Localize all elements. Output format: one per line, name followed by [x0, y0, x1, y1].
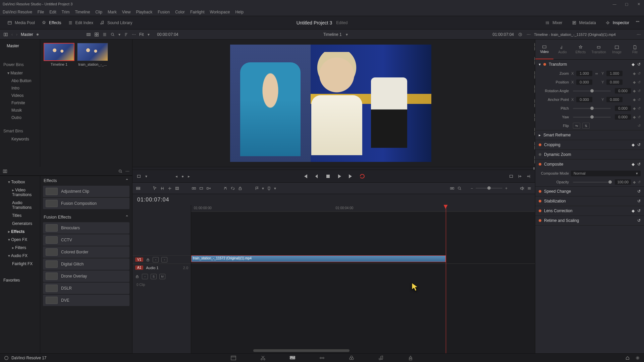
composite-mode-dropdown[interactable]: Normal▾ [571, 171, 641, 176]
power-bins-header[interactable]: Power Bins [0, 60, 40, 69]
reset-icon[interactable]: ↺ [637, 142, 641, 147]
enable-dot[interactable] [539, 209, 541, 212]
effects-toggle[interactable]: Effects [38, 19, 64, 26]
effect-item[interactable]: CCTV [43, 234, 129, 246]
lock-icon[interactable] [238, 186, 243, 191]
pos-x[interactable]: 0.000 [576, 79, 592, 85]
transform-header[interactable]: ▾Transform◆↺ [535, 60, 644, 69]
keyframe-icon[interactable]: ◆ [632, 142, 635, 147]
reset-icon[interactable]: ↺ [637, 208, 641, 213]
pitch-slider[interactable] [573, 108, 611, 109]
marker-icon[interactable] [267, 186, 271, 191]
opacity-slider[interactable] [573, 182, 611, 183]
reset-icon[interactable]: ↺ [638, 180, 641, 184]
maximize-button[interactable]: ▢ [624, 2, 629, 6]
toolbox-effects[interactable]: ▸ Effects [0, 228, 40, 236]
toolbox-openfx[interactable]: ▾ Open FX [0, 236, 40, 244]
keyframe-icon[interactable]: ◆ [633, 115, 636, 119]
close-button[interactable]: ✕ [636, 2, 641, 6]
fairlight-page-icon[interactable] [378, 355, 384, 361]
menu-item[interactable]: Color [175, 10, 185, 14]
toolbox-audiofx[interactable]: ▾ Audio FX [0, 252, 40, 260]
more-icon[interactable]: ⋯ [132, 32, 136, 37]
toolbox-item[interactable]: Generators [0, 220, 40, 228]
more-icon[interactable]: ⋯ [125, 169, 129, 174]
zoom-x[interactable]: 1.000 [576, 71, 592, 76]
reset-icon[interactable]: ↺ [637, 162, 641, 167]
effect-item[interactable]: Digital Glitch [43, 258, 129, 270]
playhead[interactable] [446, 205, 446, 353]
link-icon[interactable]: ∞ [594, 71, 599, 75]
speed-change-header[interactable]: Speed Change↺ [535, 187, 644, 196]
bin-item[interactable]: Musik [0, 107, 40, 114]
solo-button[interactable]: S [151, 274, 157, 279]
sound-library-toggle[interactable]: Sound Library [97, 19, 136, 26]
tab-audio[interactable]: Audio [553, 40, 572, 59]
link-icon[interactable] [230, 186, 235, 191]
tab-transition[interactable]: Transition [590, 40, 608, 59]
tab-video[interactable]: Video [535, 40, 553, 59]
dynamic-trim-icon[interactable] [167, 186, 172, 191]
mute-button[interactable]: M [159, 274, 165, 279]
lens-correction-header[interactable]: Lens Correction◆↺ [535, 206, 644, 216]
flip-v-button[interactable]: ⇅ [582, 123, 590, 129]
razor-icon[interactable] [223, 186, 228, 191]
match-frame-icon[interactable] [509, 174, 514, 179]
keyframe-icon[interactable]: ◆ [633, 106, 636, 111]
video-clip[interactable]: train_station_-_11572 (Original)(1).mp4 [191, 255, 446, 262]
zoom-icon[interactable] [457, 186, 462, 191]
in-point-icon[interactable] [518, 174, 522, 179]
strip-view-icon[interactable] [86, 32, 91, 37]
deliver-page-icon[interactable] [408, 355, 414, 361]
bin-item[interactable]: Intro [0, 84, 40, 92]
reset-icon[interactable]: ↺ [638, 115, 641, 119]
out-point-icon[interactable] [526, 174, 531, 179]
chevron-down-icon[interactable]: ▾ [148, 32, 150, 37]
reset-icon[interactable]: ↺ [638, 106, 641, 111]
flip-h-button[interactable]: ⇋ [573, 123, 580, 129]
composite-header[interactable]: Composite◆↺ [535, 160, 644, 169]
anchor-x[interactable]: 0.000 [576, 97, 592, 102]
timeline-options-icon[interactable] [527, 186, 532, 191]
mute-icon[interactable] [520, 186, 524, 191]
cropping-header[interactable]: Cropping◆↺ [535, 140, 644, 149]
bin-item[interactable]: Fortnite [0, 99, 40, 107]
retime-scaling-header[interactable]: Retime and Scaling↺ [535, 216, 644, 225]
tab-file[interactable]: File [626, 40, 644, 59]
enable-dot[interactable] [543, 63, 546, 66]
toolbox-item[interactable]: ▸ Video Transitions [0, 186, 40, 199]
enable-dot[interactable] [539, 219, 541, 222]
inspector-more-icon[interactable]: ⋯ [637, 32, 641, 37]
overlay-icon[interactable] [137, 174, 141, 179]
edit-index-toggle[interactable]: Edit Index [65, 19, 97, 26]
reset-icon[interactable]: ↺ [638, 80, 641, 84]
chevron-down-icon[interactable]: ▾ [274, 186, 276, 191]
effect-item[interactable]: Colored Border [43, 246, 129, 258]
clip-thumbnail[interactable]: Timeline 1 [44, 43, 74, 66]
fusion-effects-header[interactable]: Fusion Effects⌃ [40, 213, 132, 222]
menu-item[interactable]: Fusion [158, 10, 170, 14]
snap-icon[interactable] [450, 186, 454, 191]
track-enable-icon[interactable]: ▫ [153, 257, 159, 262]
rotation-slider[interactable] [573, 90, 611, 92]
color-page-icon[interactable] [348, 355, 355, 361]
replace-icon[interactable] [206, 186, 211, 191]
timeline-ruler[interactable]: 01:00:00:00 01:00:04:00 [191, 205, 535, 212]
yaw-slider[interactable] [573, 117, 611, 118]
chevron-down-icon[interactable]: ▾ [346, 32, 348, 37]
overwrite-icon[interactable] [199, 186, 204, 191]
opacity-val[interactable]: 100.00 [615, 179, 631, 185]
insert-icon[interactable] [192, 186, 196, 191]
effect-item[interactable]: Adjustment Clip [43, 186, 129, 197]
bin-item[interactable]: Abo Button [0, 77, 40, 84]
favorites-header[interactable]: Favorites [0, 278, 40, 283]
rotation-val[interactable]: 0.000 [615, 88, 631, 94]
reset-icon[interactable]: ↺ [637, 189, 641, 194]
collapse-icon[interactable]: ⌃ [125, 178, 129, 183]
enable-dot[interactable] [539, 153, 541, 156]
effect-item[interactable]: DSLR [43, 283, 129, 294]
home-icon[interactable] [625, 356, 630, 360]
zoom-out-icon[interactable]: − [471, 186, 473, 191]
menu-item[interactable]: Help [235, 10, 244, 14]
match-next-icon[interactable]: ▸ [188, 174, 190, 179]
